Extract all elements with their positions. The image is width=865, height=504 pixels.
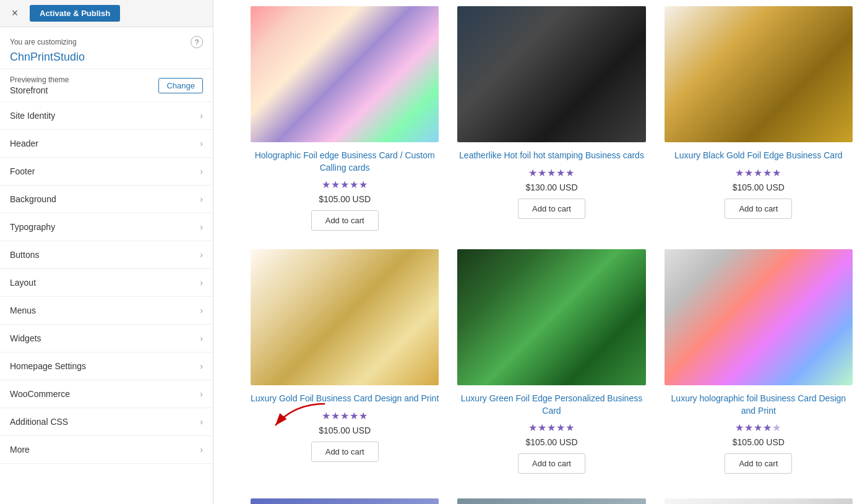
- sidebar-item-header[interactable]: Header›: [0, 130, 213, 158]
- product-stars: ★★★★★: [735, 422, 781, 434]
- product-title: Luxury Black Gold Foil Edge Business Car…: [674, 150, 843, 162]
- sidebar-item-homepage-settings[interactable]: Homepage Settings›: [0, 352, 213, 380]
- product-image: [251, 6, 439, 142]
- product-stars: ★★★★★: [528, 167, 575, 179]
- sidebar-item-label: Menus: [10, 305, 36, 315]
- product-card-partial-p3: [665, 498, 853, 504]
- partial-product-grid: [251, 492, 853, 504]
- product-stars: ★★★★★: [322, 179, 368, 190]
- chevron-right-icon: ›: [200, 389, 203, 399]
- add-to-cart-button[interactable]: Add to cart: [518, 453, 585, 474]
- chevron-right-icon: ›: [200, 417, 203, 427]
- help-icon[interactable]: ?: [191, 36, 203, 48]
- theme-info: Previewing theme Storefront: [10, 75, 69, 95]
- product-image-partial: [457, 498, 645, 504]
- product-title: Luxury Gold Foil Business Card Design an…: [251, 393, 439, 405]
- chevron-right-icon: ›: [200, 445, 203, 455]
- sidebar-item-background[interactable]: Background›: [0, 186, 213, 213]
- product-price: $130.00 USD: [525, 182, 577, 192]
- chevron-right-icon: ›: [200, 111, 203, 121]
- sidebar-item-woocommerce[interactable]: WooCommerce›: [0, 380, 213, 408]
- sidebar-item-label: Footer: [10, 166, 35, 176]
- product-image-partial: [665, 498, 853, 504]
- product-title: Luxury Green Foil Edge Personalized Busi…: [457, 393, 645, 417]
- product-grid: Holographic Foil edge Business Card / Cu…: [251, 0, 853, 474]
- sidebar-item-footer[interactable]: Footer›: [0, 158, 213, 186]
- product-price: $105.00 USD: [525, 437, 577, 447]
- sidebar-nav: Site Identity›Header›Footer›Background›T…: [0, 102, 213, 464]
- product-image: [457, 6, 645, 142]
- sidebar-item-layout[interactable]: Layout›: [0, 269, 213, 297]
- product-card-blackgold: Luxury Black Gold Foil Edge Business Car…: [665, 6, 853, 231]
- sidebar-item-label: Widgets: [10, 333, 41, 343]
- product-card-partial-p1: [251, 498, 439, 504]
- product-card-holographic2: Luxury holographic foil Business Card De…: [665, 249, 853, 474]
- sidebar-item-label: Background: [10, 194, 56, 204]
- sidebar-header: × Activate & Publish: [0, 0, 213, 27]
- close-icon: ×: [12, 7, 19, 20]
- sidebar-item-label: Buttons: [10, 250, 39, 260]
- product-price: $105.00 USD: [319, 425, 371, 435]
- sidebar-item-label: Homepage Settings: [10, 361, 86, 371]
- chevron-right-icon: ›: [200, 305, 203, 315]
- sidebar-item-menus[interactable]: Menus›: [0, 297, 213, 325]
- product-price: $105.00 USD: [733, 182, 785, 192]
- product-card-leatherlike: Leatherlike Hot foil hot stamping Busine…: [457, 6, 645, 231]
- sidebar-item-more[interactable]: More›: [0, 436, 213, 464]
- activate-publish-button[interactable]: Activate & Publish: [30, 5, 120, 22]
- product-title: Holographic Foil edge Business Card / Cu…: [251, 150, 439, 174]
- customizing-text: You are customizing: [10, 38, 77, 46]
- sidebar-item-label: Site Identity: [10, 111, 55, 121]
- add-to-cart-button[interactable]: Add to cart: [725, 199, 792, 219]
- product-stars: ★★★★★: [735, 167, 781, 179]
- sidebar-item-label: Typography: [10, 222, 55, 232]
- product-stars: ★★★★★: [322, 410, 368, 422]
- sidebar-item-buttons[interactable]: Buttons›: [0, 241, 213, 269]
- product-image: [665, 249, 853, 385]
- sidebar-item-label: Layout: [10, 278, 36, 288]
- chevron-right-icon: ›: [200, 139, 203, 148]
- product-image-partial: [251, 498, 439, 504]
- customizing-label: You are customizing ?: [10, 36, 203, 48]
- product-image: [251, 249, 439, 385]
- chevron-right-icon: ›: [200, 361, 203, 371]
- add-to-cart-button[interactable]: Add to cart: [725, 453, 792, 474]
- product-card-goldfoil: Luxury Gold Foil Business Card Design an…: [251, 249, 439, 474]
- chevron-right-icon: ›: [200, 166, 203, 176]
- sidebar-item-additional-css[interactable]: Additional CSS›: [0, 408, 213, 436]
- product-title: Leatherlike Hot foil hot stamping Busine…: [459, 150, 644, 162]
- sidebar-item-typography[interactable]: Typography›: [0, 213, 213, 241]
- chevron-right-icon: ›: [200, 194, 203, 204]
- add-to-cart-button[interactable]: Add to cart: [518, 199, 585, 219]
- site-name: ChnPrintStudio: [10, 51, 203, 64]
- previewing-label: Previewing theme: [10, 75, 69, 84]
- product-price: $105.00 USD: [733, 437, 785, 447]
- chevron-right-icon: ›: [200, 222, 203, 232]
- product-price: $105.00 USD: [319, 194, 371, 204]
- close-button[interactable]: ×: [6, 5, 24, 22]
- sidebar-item-label: More: [10, 445, 30, 455]
- change-theme-button[interactable]: Change: [158, 78, 203, 93]
- add-to-cart-button[interactable]: Add to cart: [311, 210, 379, 231]
- product-image: [665, 6, 853, 142]
- product-card-holographic: Holographic Foil edge Business Card / Cu…: [251, 6, 439, 231]
- sidebar-item-label: Additional CSS: [10, 417, 68, 427]
- sidebar: × Activate & Publish You are customizing…: [0, 0, 213, 504]
- customizing-section: You are customizing ? ChnPrintStudio: [0, 27, 213, 69]
- chevron-right-icon: ›: [200, 333, 203, 343]
- product-card-partial-p2: [457, 498, 645, 504]
- theme-name: Storefront: [10, 85, 69, 95]
- sidebar-item-label: Header: [10, 139, 38, 148]
- sidebar-item-site-identity[interactable]: Site Identity›: [0, 102, 213, 130]
- chevron-right-icon: ›: [200, 250, 203, 260]
- product-card-greenfoil: Luxury Green Foil Edge Personalized Busi…: [457, 249, 645, 474]
- theme-section: Previewing theme Storefront Change: [0, 69, 213, 102]
- product-image: [457, 249, 645, 385]
- sidebar-item-label: WooCommerce: [10, 389, 70, 399]
- add-to-cart-button[interactable]: Add to cart: [311, 442, 379, 462]
- chevron-right-icon: ›: [200, 278, 203, 288]
- sidebar-item-widgets[interactable]: Widgets›: [0, 325, 213, 352]
- main-content: Holographic Foil edge Business Card / Cu…: [213, 0, 865, 504]
- product-title: Luxury holographic foil Business Card De…: [665, 393, 853, 417]
- product-stars: ★★★★★: [528, 422, 575, 434]
